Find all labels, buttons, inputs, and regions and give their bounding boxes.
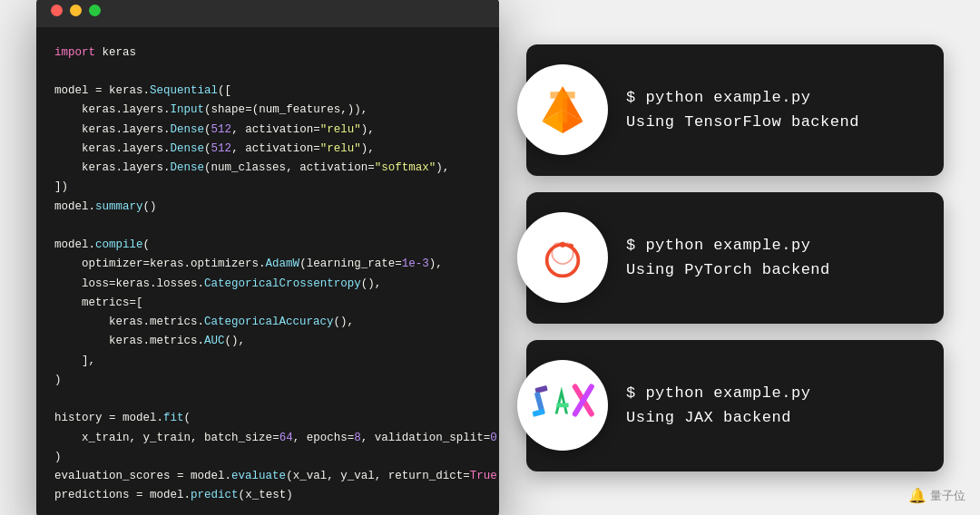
code-window: import keras model = keras.Sequential([ … xyxy=(36,0,499,515)
wechat-icon: 🔔 xyxy=(908,487,926,504)
svg-rect-5 xyxy=(550,92,574,98)
tensorflow-card: $ python example.py Using TensorFlow bac… xyxy=(526,44,944,176)
svg-rect-11 xyxy=(532,408,544,416)
close-button[interactable] xyxy=(51,5,63,16)
jax-label: Using JAX backend xyxy=(626,409,810,426)
jax-logo xyxy=(517,360,608,451)
titlebar xyxy=(36,0,499,27)
pytorch-cmd: $ python example.py xyxy=(626,237,830,254)
main-container: import keras model = keras.Sequential([ … xyxy=(18,17,962,498)
maximize-button[interactable] xyxy=(89,5,101,16)
watermark: 🔔 量子位 xyxy=(908,487,965,504)
svg-rect-9 xyxy=(534,384,547,393)
tensorflow-cmd: $ python example.py xyxy=(626,89,859,106)
pytorch-card: $ python example.py Using PyTorch backen… xyxy=(526,192,944,324)
minimize-button[interactable] xyxy=(70,5,82,16)
jax-cmd: $ python example.py xyxy=(626,384,810,402)
pytorch-label: Using PyTorch backend xyxy=(626,261,830,278)
pytorch-text: $ python example.py Using PyTorch backen… xyxy=(608,222,848,293)
tensorflow-logo xyxy=(517,64,608,155)
code-editor: import keras model = keras.Sequential([ … xyxy=(36,27,499,516)
svg-rect-13 xyxy=(556,403,568,407)
jax-text: $ python example.py Using JAX backend xyxy=(608,370,828,441)
pytorch-logo xyxy=(517,212,608,303)
svg-point-8 xyxy=(569,244,574,249)
svg-marker-12 xyxy=(555,386,568,413)
jax-card: $ python example.py Using JAX backend xyxy=(526,340,944,471)
tensorflow-label: Using TensorFlow backend xyxy=(626,113,859,131)
tensorflow-text: $ python example.py Using TensorFlow bac… xyxy=(608,74,877,145)
watermark-text: 量子位 xyxy=(930,488,965,504)
right-panel: $ python example.py Using TensorFlow bac… xyxy=(526,44,944,471)
